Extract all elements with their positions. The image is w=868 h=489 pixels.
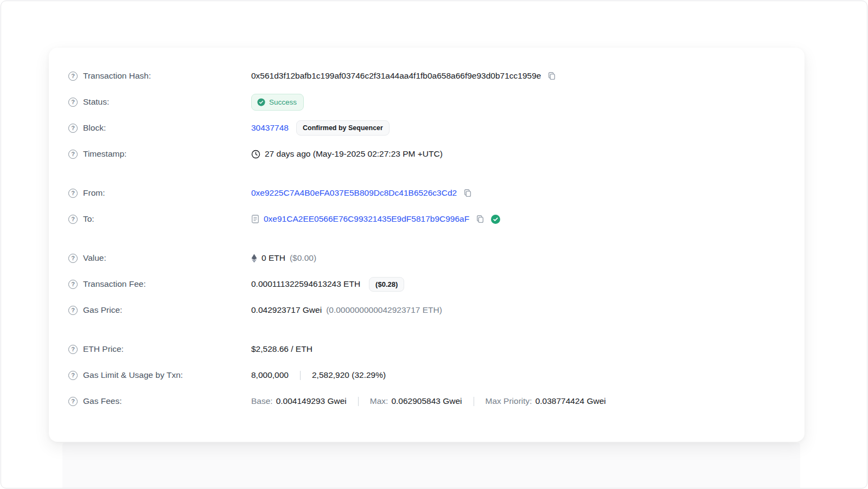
next-section-peek xyxy=(62,443,800,488)
gas-fees-label: Gas Fees: xyxy=(83,396,122,406)
page-frame: ? Transaction Hash: 0x561d3f12bafb1c199a… xyxy=(1,1,867,488)
copy-icon[interactable] xyxy=(463,189,472,197)
row-gas-limit-usage: ? Gas Limit & Usage by Txn: 8,000,000 2,… xyxy=(68,362,785,388)
copy-icon[interactable] xyxy=(476,215,484,223)
row-transaction-hash: ? Transaction Hash: 0x561d3f12bafb1c199a… xyxy=(68,63,785,89)
help-icon[interactable]: ? xyxy=(68,371,78,380)
transaction-hash-label: Transaction Hash: xyxy=(83,71,151,81)
check-circle-icon xyxy=(257,98,265,106)
help-icon[interactable]: ? xyxy=(68,150,78,159)
help-icon[interactable]: ? xyxy=(68,254,78,263)
row-from: ? From: 0xe9225C7A4B0eFA037E5B809Dc8Dc41… xyxy=(68,180,785,206)
separator xyxy=(474,397,474,406)
group-summary: ? Transaction Hash: 0x561d3f12bafb1c199a… xyxy=(68,63,785,167)
help-icon[interactable]: ? xyxy=(68,98,78,107)
gas-price-label: Gas Price: xyxy=(83,305,122,315)
gas-fees-max-value: 0.062905843 Gwei xyxy=(391,396,462,406)
gas-fees-max-priority-value: 0.038774424 Gwei xyxy=(535,396,606,406)
eth-price-value: $2,528.66 / ETH xyxy=(251,344,312,354)
gas-limit-value: 8,000,000 xyxy=(251,370,289,380)
timestamp-label: Timestamp: xyxy=(83,149,126,159)
ethereum-icon xyxy=(251,254,257,263)
separator xyxy=(300,371,301,380)
row-eth-price: ? ETH Price: $2,528.66 / ETH xyxy=(68,336,785,362)
value-label: Value: xyxy=(83,253,106,263)
help-icon[interactable]: ? xyxy=(68,124,78,133)
row-gas-fees: ? Gas Fees: Base: 0.004149293 Gwei Max: … xyxy=(68,388,785,414)
copy-icon[interactable] xyxy=(547,72,556,80)
status-badge-text: Success xyxy=(269,98,297,106)
help-icon[interactable]: ? xyxy=(68,189,78,198)
row-block: ? Block: 30437748 Confirmed by Sequencer xyxy=(68,115,785,141)
value-usd: ($0.00) xyxy=(290,253,316,263)
transaction-overview-card: ? Transaction Hash: 0x561d3f12bafb1c199a… xyxy=(49,48,805,442)
group-value-fees: ? Value: 0 ETH ($0.00) ? Transaction Fee… xyxy=(68,245,785,323)
gas-usage-value: 2,582,920 (32.29%) xyxy=(312,370,386,380)
timestamp-value: 27 days ago (May-19-2025 02:27:23 PM +UT… xyxy=(265,149,443,159)
group-addresses: ? From: 0xe9225C7A4B0eFA037E5B809Dc8Dc41… xyxy=(68,180,785,232)
status-badge: Success xyxy=(251,94,304,111)
gas-fees-max-priority-label: Max Priority: xyxy=(486,396,532,406)
block-number-link[interactable]: 30437748 xyxy=(251,123,289,133)
eth-price-label: ETH Price: xyxy=(83,344,124,354)
value-amount: 0 ETH xyxy=(261,253,285,263)
to-address-link[interactable]: 0xe91CA2EE0566E76C99321435E9dF5817b9C996… xyxy=(264,214,469,224)
to-label: To: xyxy=(83,214,94,224)
block-label: Block: xyxy=(83,123,106,133)
from-address-link[interactable]: 0xe9225C7A4B0eFA037E5B809Dc8Dc41B6526c3C… xyxy=(251,188,457,198)
row-status: ? Status: Success xyxy=(68,89,785,115)
gas-price-gwei: 0.042923717 Gwei xyxy=(251,305,322,315)
row-transaction-fee: ? Transaction Fee: 0.000111322594613243 … xyxy=(68,271,785,297)
row-timestamp: ? Timestamp: 27 days ago (May-19-2025 02… xyxy=(68,141,785,167)
gas-limit-usage-label: Gas Limit & Usage by Txn: xyxy=(83,370,183,380)
from-label: From: xyxy=(83,188,105,198)
gas-fees-max-label: Max: xyxy=(370,396,388,406)
row-to: ? To: 0xe91CA2EE0566E76C99321435E9dF5817… xyxy=(68,206,785,232)
clock-icon xyxy=(251,150,260,159)
help-icon[interactable]: ? xyxy=(68,306,78,315)
help-icon[interactable]: ? xyxy=(68,215,78,224)
help-icon[interactable]: ? xyxy=(68,397,78,406)
block-confirmation-badge: Confirmed by Sequencer xyxy=(296,120,390,136)
contract-document-icon xyxy=(251,215,259,223)
transaction-fee-usd-badge: ($0.28) xyxy=(369,277,404,292)
row-gas-price: ? Gas Price: 0.042923717 Gwei (0.0000000… xyxy=(68,297,785,323)
row-value: ? Value: 0 ETH ($0.00) xyxy=(68,245,785,271)
help-icon[interactable]: ? xyxy=(68,345,78,354)
verified-check-circle-icon xyxy=(491,215,500,224)
group-gas-details: ? ETH Price: $2,528.66 / ETH ? Gas Limit… xyxy=(68,336,785,414)
help-icon[interactable]: ? xyxy=(68,280,78,289)
transaction-hash-value: 0x561d3f12bafb1c199af03746c2f31a44aa4f1f… xyxy=(251,71,541,81)
gas-fees-base-value: 0.004149293 Gwei xyxy=(276,396,347,406)
gas-price-eth: (0.000000000042923717 ETH) xyxy=(326,305,442,315)
transaction-fee-label: Transaction Fee: xyxy=(83,279,146,289)
gas-fees-base-label: Base: xyxy=(251,396,273,406)
status-label: Status: xyxy=(83,97,109,107)
help-icon[interactable]: ? xyxy=(68,72,78,81)
transaction-fee-amount: 0.000111322594613243 ETH xyxy=(251,279,360,289)
separator xyxy=(358,397,359,406)
